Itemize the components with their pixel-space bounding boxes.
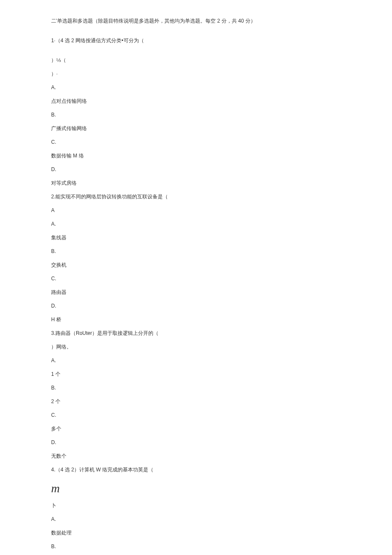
q3-stem: 3.路由器（RoUter）是用于取接逻辑上分开的（ (51, 329, 341, 337)
q3-optA-label: A. (51, 357, 341, 364)
q4-extra1: 卜 (51, 502, 341, 509)
q1-extra2: ）· (51, 70, 341, 78)
q3-optA-text: 1 个 (51, 370, 341, 378)
q1-optD-label: D. (51, 166, 341, 173)
q3-optD-label: D. (51, 439, 341, 446)
section-title: 二'单选题和多选题（除题目特殊说明是多选题外，其他均为单选题。每空 2 分，共 … (51, 17, 341, 25)
q1-optA-text: 点对点传输同络 (51, 97, 341, 105)
q3-optB-text: 2 个 (51, 398, 341, 405)
q2-optB-label: B. (51, 247, 341, 255)
q4-optA-text: 数据处理 (51, 529, 341, 537)
q2-optC-label: C. (51, 275, 341, 282)
q4-optB-label: B. (51, 543, 341, 550)
q1-optA-label: A. (51, 84, 341, 91)
q2-optA-text: 集线器 (51, 234, 341, 241)
q3-optD-text: 无数个 (51, 452, 341, 460)
q1-optD-text: 对等式房络 (51, 179, 341, 187)
q1-optB-text: 广播式传输网络 (51, 125, 341, 132)
q1-optB-label: B. (51, 111, 341, 119)
q2-optB-text: 交换机 (51, 261, 341, 269)
q1-extra1: ）⅓（ (51, 56, 341, 64)
q2-optD-text: H 桥 (51, 316, 341, 323)
q4-stem: 4.（4 选 2）计算机 W 络完成的基本功英是（ (51, 466, 341, 474)
q1-stem: 1·（4 选 2 网络按通信方式分类•可分为（ (51, 37, 341, 44)
q3-optB-label: B. (51, 384, 341, 392)
q4-bigm: m (51, 479, 341, 497)
q2-optC-text: 路由器 (51, 288, 341, 296)
q2-optD-label: D. (51, 302, 341, 310)
q1-optC-label: C. (51, 138, 341, 146)
q1-optC-text: 数据传输 M 络 (51, 152, 341, 160)
q3-extra1: ）网络。 (51, 343, 341, 351)
q2-stem: 2.能实现不同的网络层协议转换功能的互联设备是（ (51, 193, 341, 200)
q2-extra1: A (51, 206, 341, 214)
q3-optC-label: C. (51, 411, 341, 419)
q3-optC-text: 多个 (51, 425, 341, 433)
q2-optA-label: A. (51, 220, 341, 228)
q4-optA-label: A. (51, 515, 341, 523)
